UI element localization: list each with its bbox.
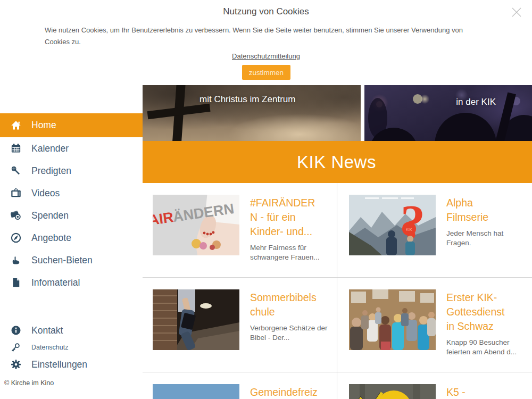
news-card-image: K5 <box>349 384 436 399</box>
sidebar-item-label: Angebote <box>31 232 71 244</box>
sidebar-item-datenschutz[interactable]: Datenschutz <box>0 342 143 353</box>
cookie-message: Wie nutzen Cookies, um Ihr Benutzererleb… <box>45 24 477 48</box>
hero-caption: mit Christus im Zentrum <box>200 94 295 105</box>
hero-slide-kik[interactable]: in der KIK <box>364 85 532 141</box>
sidebar-item-label: Home <box>31 120 56 131</box>
page: mit Christus im Zentrum in der KIK KIK N… <box>0 0 532 399</box>
main-content: mit Christus im Zentrum in der KIK KIK N… <box>141 85 532 399</box>
compass-icon <box>11 232 22 243</box>
sidebar-item-videos[interactable]: Videos <box>0 182 143 204</box>
svg-text:?: ? <box>401 195 425 249</box>
sidebar-item-label: Kalender <box>31 143 69 154</box>
news-card-title[interactable]: Gemeindefreizeit <box>250 385 319 399</box>
cookie-banner: Nutzung von Cookies Wie nutzen Cookies, … <box>0 0 532 85</box>
news-card-image: AIR ÄNDERN <box>153 195 239 255</box>
news-card-subtitle: Mehr Fairness für schwangere Frauen... <box>250 243 328 262</box>
news-banner: KIK News <box>141 141 532 183</box>
sidebar-item-kontakt[interactable]: Kontakt <box>0 319 143 342</box>
news-card-image <box>349 289 436 350</box>
copyright: © Kirche im Kino <box>4 379 54 387</box>
calendar-icon <box>11 143 22 154</box>
news-card-sommerbibelschule[interactable]: Sommerbibelschule Verborgene Schätze der… <box>141 278 337 372</box>
news-card-title[interactable]: #FAIRÄNDERN - für ein Kinder- und... <box>250 196 319 239</box>
sidebar-item-suchen-bieten[interactable]: Suchen-Bieten <box>0 249 143 271</box>
hero-caption: in der KIK <box>456 97 496 107</box>
hero-slide-christus[interactable]: mit Christus im Zentrum <box>141 85 361 141</box>
privacy-notice-link[interactable]: Datenschutzmitteilung <box>0 52 532 60</box>
sidebar-item-label: Datenschutz <box>31 344 68 351</box>
news-card-subtitle: Jeder Mensch hat Fragen. <box>446 229 524 248</box>
news-card-k5[interactable]: K5 K5 - <box>337 372 532 399</box>
sidebar-item-label: Einstellungen <box>31 359 87 370</box>
sidebar-item-home[interactable]: Home <box>0 113 143 137</box>
news-card-image: ? KIK <box>349 195 436 255</box>
sidebar-item-label: Kontakt <box>31 325 63 336</box>
news-card-subtitle: Verborgene Schätze der Bibel - Der... <box>250 323 328 343</box>
news-column-right: ? KIK Alpha Filmserie Jeder Mensch hat F… <box>337 183 532 399</box>
news-card-fairaendern[interactable]: AIR ÄNDERN #FAIRÄNDERN - für ein Kinder-… <box>141 183 337 278</box>
gear-icon <box>11 359 22 370</box>
news-card-title[interactable]: Erster KIK-Gottesdienst in Schwaz <box>446 290 516 334</box>
news-card-gottesdienst[interactable]: Erster KIK-Gottesdienst in Schwaz Knapp … <box>337 278 532 372</box>
sidebar-item-angebote[interactable]: Angebote <box>0 227 143 249</box>
cross-silhouette <box>141 85 361 141</box>
news-card-gemeindefreizeit[interactable]: Gemeindefreizeit <box>141 372 337 399</box>
cookie-title: Nutzung von Cookies <box>0 6 532 17</box>
sidebar-item-label: Infomaterial <box>31 277 80 288</box>
home-icon <box>11 120 22 131</box>
news-card-image <box>153 289 239 350</box>
sidebar-item-infomaterial[interactable]: Infomaterial <box>0 271 143 294</box>
news-card-title[interactable]: Alpha Filmserie <box>446 196 516 225</box>
sidebar-item-einstellungen[interactable]: Einstellungen <box>0 353 143 376</box>
sidebar-item-label: Spenden <box>31 210 69 221</box>
news-card-title[interactable]: K5 - <box>446 385 516 399</box>
key-icon <box>11 343 22 352</box>
svg-text:KIK: KIK <box>406 228 412 231</box>
sidebar: Home Kalender Predigten Videos <box>0 85 143 399</box>
concert-silhouette <box>364 85 532 141</box>
sidebar-item-predigten[interactable]: Predigten <box>0 160 143 182</box>
sidebar-item-label: Videos <box>31 188 60 199</box>
sidebar-item-label: Suchen-Bieten <box>31 255 93 266</box>
document-icon <box>11 277 22 288</box>
close-icon[interactable] <box>511 6 523 19</box>
money-icon <box>11 210 22 221</box>
info-icon <box>11 325 22 336</box>
news-card-image <box>153 384 239 399</box>
microphone-icon <box>11 165 22 176</box>
tv-icon <box>11 188 22 198</box>
pointing-hand-icon <box>11 255 22 265</box>
news-card-alpha-filmserie[interactable]: ? KIK Alpha Filmserie Jeder Mensch hat F… <box>337 183 532 278</box>
news-card-title[interactable]: Sommerbibelschule <box>250 290 319 319</box>
accept-cookies-button[interactable]: zustimmen <box>242 65 290 80</box>
news-banner-title: KIK News <box>297 152 376 172</box>
news-card-subtitle: Knapp 90 Besucher feierten am Abend d... <box>446 338 524 357</box>
sidebar-item-kalender[interactable]: Kalender <box>0 137 143 160</box>
sidebar-item-label: Predigten <box>31 165 71 177</box>
sidebar-item-spenden[interactable]: Spenden <box>0 204 143 227</box>
news-column-left: AIR ÄNDERN #FAIRÄNDERN - für ein Kinder-… <box>141 183 337 399</box>
